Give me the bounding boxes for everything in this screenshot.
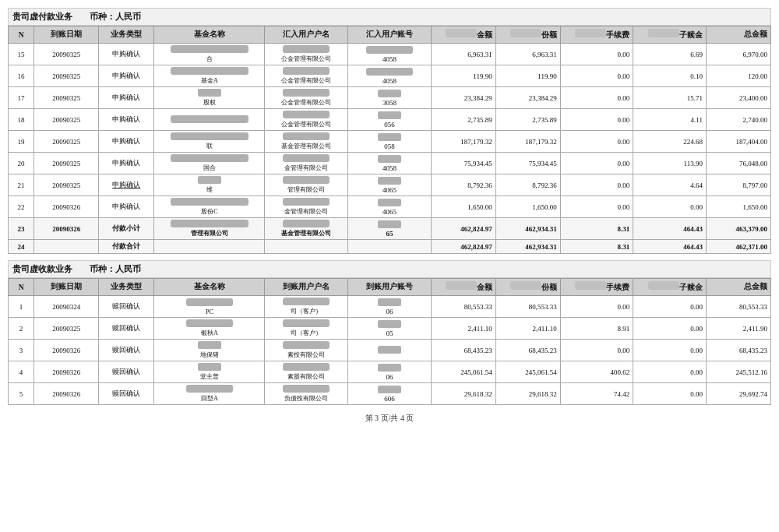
row-fund: 堂主普 <box>154 361 265 383</box>
row-type: 付款小计 <box>99 218 154 240</box>
col-date1: 到账日期 <box>34 26 99 44</box>
row-num: 24 <box>9 240 34 254</box>
col-total2: 总金额 <box>706 279 770 296</box>
row-total: 29,692.74 <box>706 383 770 405</box>
row-date: 20090325 <box>34 131 99 153</box>
row-acct: 4058 <box>348 153 432 174</box>
row-date: 20090325 <box>34 65 99 87</box>
col-header-share1: 份额 <box>495 26 560 44</box>
row-share: 8,792.36 <box>495 174 560 196</box>
row-total: 8,797.00 <box>706 174 770 196</box>
row-share: 1,650.00 <box>495 196 560 218</box>
row-total: 463,379.00 <box>706 218 770 240</box>
col-type2: 业务类型 <box>99 279 154 296</box>
col-date2: 到账日期 <box>34 279 99 296</box>
col-num: N <box>9 26 34 44</box>
row-date: 20090326 <box>34 361 99 383</box>
row-sub: 0.00 <box>633 296 707 318</box>
row-fee: 0.00 <box>560 44 633 65</box>
row-num: 15 <box>9 44 34 65</box>
row-type: 申购确认 <box>99 44 154 65</box>
row-share: 462,934.31 <box>495 218 560 240</box>
row-amt: 119.90 <box>431 65 495 87</box>
row-fund: 基金A <box>154 65 265 87</box>
section1-header: 贵司虚付款业务 币种：人民币 <box>8 8 771 26</box>
row-date: 20090326 <box>34 218 99 240</box>
row-name: 基金管理有限公司 <box>265 131 348 153</box>
row-fee: 0.00 <box>560 174 633 196</box>
row-num: 4 <box>9 361 34 383</box>
row-share: 68,435.23 <box>495 340 560 361</box>
row-fee: 0.00 <box>560 87 633 109</box>
row-fee: 0.00 <box>560 340 633 361</box>
row-num: 5 <box>9 383 34 405</box>
table-row: 3 20090326 赎回确认 地保猪 素投有限公司 68,435.23 68,… <box>9 340 771 361</box>
row-sub: 113.90 <box>633 153 707 174</box>
row-name: 素投有限公司 <box>265 340 348 361</box>
row-sub: 15.71 <box>633 87 707 109</box>
page-label: 第 3 页/共 4 页 <box>365 414 414 422</box>
row-acct: 606 <box>348 383 432 405</box>
row-num: 16 <box>9 65 34 87</box>
row-fund: 联 <box>154 131 265 153</box>
col-num2: N <box>9 279 34 296</box>
row-type: 申购确认 <box>99 174 154 196</box>
row-amt: 23,384.29 <box>431 87 495 109</box>
row-amt: 245,061.54 <box>431 361 495 383</box>
row-amt: 75,934.45 <box>431 153 495 174</box>
row-name: 基金管理有限公司 <box>265 218 348 240</box>
row-date: 20090325 <box>34 153 99 174</box>
row-acct: 06 <box>348 296 432 318</box>
row-type: 申购确认 <box>99 196 154 218</box>
row-total: 23,400.00 <box>706 87 770 109</box>
row-sub: 6.69 <box>633 44 707 65</box>
row-date: 20090325 <box>34 174 99 196</box>
row-num: 20 <box>9 153 34 174</box>
row-name: 公金管理有限公司 <box>265 87 348 109</box>
row-sub: 224.68 <box>633 131 707 153</box>
row-acct <box>348 340 432 361</box>
row-total: 1,650.00 <box>706 196 770 218</box>
row-fund <box>154 240 265 254</box>
row-amt: 2,735.89 <box>431 109 495 131</box>
row-name: 公金管理有限公司 <box>265 109 348 131</box>
table-row: 5 20090326 赎回确认 回型A 负债投有限公司 606 29,618.3… <box>9 383 771 405</box>
row-num: 18 <box>9 109 34 131</box>
row-share: 80,553.33 <box>495 296 560 318</box>
row-name: 素股有限公司 <box>265 361 348 383</box>
row-type: 赎回确认 <box>99 383 154 405</box>
row-acct: 4058 <box>348 44 432 65</box>
row-fee: 0.00 <box>560 153 633 174</box>
row-name: 公金管理有限公司 <box>265 65 348 87</box>
row-amt: 462,824.97 <box>431 218 495 240</box>
section1-table: N 到账日期 业务类型 基金名称 汇入用户户名 汇入用户账号 金额 份额 手续费… <box>8 26 771 254</box>
row-type: 赎回确认 <box>99 340 154 361</box>
row-share: 462,934.31 <box>495 240 560 254</box>
row-sub: 0.00 <box>633 340 707 361</box>
section1-header-row: N 到账日期 业务类型 基金名称 汇入用户户名 汇入用户账号 金额 份额 手续费… <box>9 26 771 44</box>
row-fee: 400.62 <box>560 361 633 383</box>
row-amt: 8,792.36 <box>431 174 495 196</box>
row-amt: 68,435.23 <box>431 340 495 361</box>
col-type1: 业务类型 <box>99 26 154 44</box>
row-fund: 国合 <box>154 153 265 174</box>
row-sub: 0.00 <box>633 383 707 405</box>
row-name: 负债投有限公司 <box>265 383 348 405</box>
row-sub: 464.43 <box>633 240 707 254</box>
col-header-sub1: 子赎金 <box>633 26 707 44</box>
row-fee: 74.42 <box>560 383 633 405</box>
row-fund: 股权 <box>154 87 265 109</box>
row-fee: 0.00 <box>560 296 633 318</box>
row-date: 20090325 <box>34 318 99 340</box>
row-total: 80,553.33 <box>706 296 770 318</box>
row-num: 23 <box>9 218 34 240</box>
row-sub: 4.11 <box>633 109 707 131</box>
row-sub: 0.10 <box>633 65 707 87</box>
row-num: 21 <box>9 174 34 196</box>
col-header-amt1: 金额 <box>431 26 495 44</box>
row-fee: 0.00 <box>560 131 633 153</box>
row-type: 申购确认 <box>99 87 154 109</box>
col-inname1: 汇入用户户名 <box>265 26 348 44</box>
row-total: 68,435.23 <box>706 340 770 361</box>
row-fund: 股份C <box>154 196 265 218</box>
